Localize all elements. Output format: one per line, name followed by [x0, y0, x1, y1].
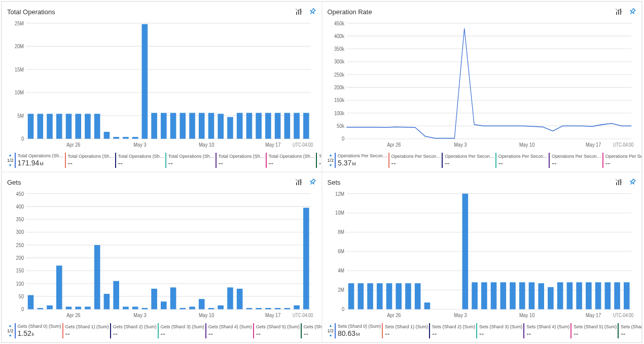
- legend-item[interactable]: Total Operations (Sh…--: [64, 153, 114, 168]
- metrics-icon[interactable]: [615, 178, 623, 186]
- chart-area[interactable]: 050k100k150k200k250k300k350k400k450kApr …: [328, 19, 637, 149]
- svg-text:Apr 26: Apr 26: [66, 312, 81, 318]
- metrics-icon[interactable]: [295, 178, 303, 186]
- pin-icon[interactable]: [306, 177, 318, 188]
- legend-swatch: [266, 153, 267, 168]
- legend-item[interactable]: Gets (Shard 1) (Sum)--: [61, 323, 109, 338]
- legend-item[interactable]: Sets (Shard 3) (Sum)--: [475, 323, 522, 338]
- legend-item[interactable]: Sets (Shard 1) (Sum)--: [381, 323, 428, 338]
- legend-pager[interactable]: ▴1/2▾: [328, 153, 334, 167]
- legend-item[interactable]: Operations Per Secon…--: [387, 153, 441, 168]
- legend-item[interactable]: Sets (Shard 6) (Sum)--: [617, 323, 642, 338]
- chevron-down-icon[interactable]: ▾: [330, 334, 332, 338]
- legend-item[interactable]: Operations Per Secon…--: [548, 153, 601, 168]
- chevron-down-icon[interactable]: ▾: [9, 163, 11, 167]
- chevron-down-icon[interactable]: ▾: [330, 163, 332, 167]
- tile-total-operations: Total Operations05M10M15M20M25MApr 26May…: [2, 2, 322, 172]
- legend-item[interactable]: Gets (Shard 0) (Sum)1.52k: [14, 323, 61, 338]
- legend-label: Sets (Shard 5) (Sum): [574, 324, 617, 330]
- legend-value: --: [269, 159, 315, 167]
- legend-item[interactable]: Total Operations (Sh…--: [164, 153, 214, 168]
- legend-pager[interactable]: ▴1/2▾: [328, 324, 334, 338]
- legend-item[interactable]: Sets (Shard 4) (Sum)--: [522, 323, 569, 338]
- svg-text:May 3: May 3: [454, 142, 467, 148]
- legend-value: --: [385, 330, 428, 338]
- svg-rect-107: [37, 308, 43, 309]
- tile-header: Sets: [328, 177, 637, 188]
- legend-item[interactable]: Total Operations (Sh…171.94M: [14, 153, 64, 168]
- chevron-down-icon[interactable]: ▾: [9, 334, 11, 338]
- legend-label: Total Operations (Sh…: [269, 153, 315, 159]
- metrics-icon[interactable]: [295, 8, 303, 16]
- svg-text:10M: 10M: [15, 89, 24, 95]
- legend-item[interactable]: Total Operations (Sh…--: [114, 153, 164, 168]
- legend-value: --: [621, 330, 642, 338]
- legend-item[interactable]: Gets (Shard 5) (Sum)--: [252, 323, 300, 338]
- legend-item[interactable]: Gets (Shard 6) (Sum)--: [300, 323, 322, 338]
- legend-item[interactable]: Operations Per Secon…--: [441, 153, 494, 168]
- legend-item[interactable]: Sets (Shard 0) (Sum)80.63M: [334, 323, 381, 338]
- legend-item[interactable]: Operations Per Secon…5.37M: [334, 153, 387, 168]
- pin-icon[interactable]: [627, 6, 638, 18]
- legend-pager[interactable]: ▴1/2▾: [7, 324, 14, 338]
- legend-swatch: [15, 153, 16, 168]
- svg-text:25M: 25M: [15, 20, 24, 26]
- svg-rect-163: [396, 283, 402, 309]
- chart-area[interactable]: 05M10M15M20M25MApr 26May 3May 10May 17UT…: [7, 19, 316, 149]
- legend-value: --: [168, 159, 214, 167]
- svg-text:100k: 100k: [334, 110, 344, 116]
- legend-item[interactable]: Total Operations (Sh…--: [315, 153, 322, 168]
- tile-title: Gets: [7, 179, 295, 186]
- legend-value: --: [479, 330, 522, 338]
- svg-text:May 3: May 3: [133, 142, 146, 148]
- tile-actions: [295, 178, 316, 186]
- chevron-up-icon[interactable]: ▴: [9, 324, 11, 328]
- chart-area[interactable]: 02M4M6M8M10M12MApr 26May 3May 10May 17UT…: [328, 190, 637, 320]
- legend-item[interactable]: Total Operations (Sh…--: [214, 153, 265, 168]
- legend-swatch: [476, 323, 477, 338]
- legend-label: Total Operations (Sh…: [68, 153, 114, 159]
- svg-rect-106: [28, 295, 34, 309]
- tile-actions: [615, 8, 636, 16]
- legend-item[interactable]: Total Operations (Sh…--: [265, 153, 315, 168]
- chevron-up-icon[interactable]: ▴: [330, 153, 332, 157]
- svg-rect-178: [538, 283, 544, 309]
- legend-item[interactable]: Operations Per Secon…--: [601, 153, 642, 168]
- svg-rect-175: [510, 282, 516, 309]
- legend-swatch: [382, 323, 383, 338]
- pager-fraction: 1/2: [328, 158, 334, 163]
- svg-rect-136: [616, 182, 617, 185]
- legend-item[interactable]: Gets (Shard 3) (Sum)--: [157, 323, 204, 338]
- legend-label: Gets (Shard 3) (Sum): [161, 324, 204, 330]
- legend-item[interactable]: Operations Per Secon…--: [494, 153, 548, 168]
- chevron-up-icon[interactable]: ▴: [9, 153, 11, 157]
- legend-item[interactable]: Sets (Shard 5) (Sum)--: [569, 323, 617, 338]
- legend-item[interactable]: Gets (Shard 2) (Sum)--: [109, 323, 157, 338]
- pin-icon[interactable]: [627, 177, 638, 188]
- legend-value: 171.94M: [18, 159, 64, 168]
- svg-rect-78: [296, 182, 297, 185]
- legend-swatch: [549, 153, 550, 168]
- legend-pager[interactable]: ▴1/2▾: [7, 153, 14, 167]
- svg-rect-1: [298, 10, 299, 15]
- legend-item[interactable]: Sets (Shard 2) (Sum)--: [428, 323, 475, 338]
- tile-title: Operation Rate: [328, 8, 616, 16]
- legend-label: Sets (Shard 6) (Sum): [621, 324, 642, 330]
- pin-icon[interactable]: [306, 6, 318, 18]
- tile-header: Total Operations: [7, 6, 316, 17]
- tile-operation-rate: Operation Rate050k100k150k200k250k300k35…: [322, 2, 642, 172]
- legend-value: --: [118, 159, 164, 167]
- svg-rect-43: [246, 113, 253, 139]
- svg-text:May 17: May 17: [586, 312, 601, 318]
- svg-text:UTC-04:00: UTC-04:00: [613, 142, 633, 148]
- svg-text:8M: 8M: [338, 229, 344, 235]
- metrics-icon[interactable]: [615, 8, 623, 16]
- legend-item[interactable]: Gets (Shard 4) (Sum)--: [204, 323, 252, 338]
- svg-text:50: 50: [19, 293, 24, 299]
- legend-label: Operations Per Secon…: [605, 153, 642, 159]
- chevron-up-icon[interactable]: ▴: [330, 324, 332, 328]
- svg-text:50k: 50k: [337, 123, 345, 129]
- chart-area[interactable]: 050100150200250300350400450Apr 26May 3Ma…: [7, 190, 316, 320]
- svg-rect-132: [275, 308, 281, 309]
- svg-text:350: 350: [16, 216, 24, 222]
